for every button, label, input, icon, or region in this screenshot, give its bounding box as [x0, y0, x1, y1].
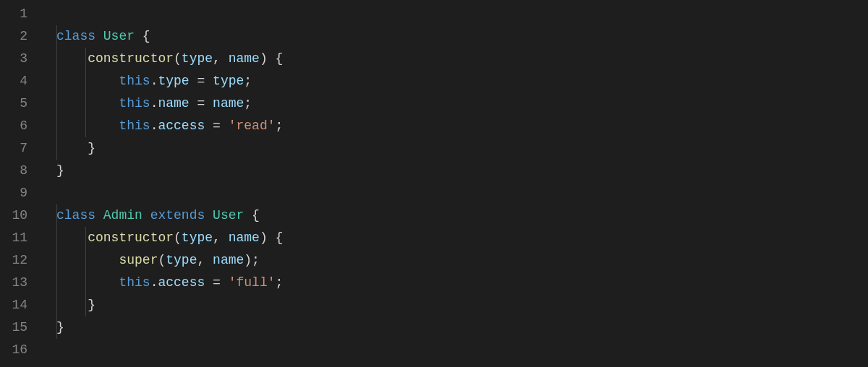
- code-token: }: [56, 320, 64, 334]
- line-number: 14: [0, 294, 27, 316]
- line-number: 6: [0, 115, 27, 137]
- code-line[interactable]: }: [56, 316, 868, 339]
- code-token: name: [158, 96, 189, 111]
- code-line[interactable]: this.access = 'full';: [56, 272, 868, 294]
- code-token: type: [166, 253, 197, 267]
- code-line[interactable]: constructor(type, name) {: [56, 227, 868, 249]
- line-number: 12: [0, 249, 27, 272]
- line-number: 15: [0, 316, 27, 339]
- line-number: 1: [0, 3, 27, 25]
- code-token: name: [213, 96, 244, 111]
- code-token: (: [174, 230, 182, 245]
- code-token: [56, 74, 119, 88]
- code-token: ,: [213, 51, 229, 66]
- code-line[interactable]: class User {: [56, 25, 868, 48]
- code-token: [56, 275, 119, 290]
- code-token: name: [229, 230, 260, 245]
- code-token: extends: [150, 208, 205, 223]
- code-line[interactable]: super(type, name);: [56, 249, 868, 272]
- line-number: 5: [0, 92, 27, 115]
- code-token: .: [150, 96, 158, 111]
- code-token: =: [205, 275, 228, 290]
- code-token: .: [150, 275, 158, 290]
- code-line[interactable]: [56, 339, 868, 361]
- code-token: [205, 208, 213, 223]
- code-token: constructor: [88, 230, 174, 245]
- code-token: .: [150, 118, 158, 133]
- code-token: ,: [213, 230, 229, 245]
- code-line[interactable]: this.access = 'read';: [56, 115, 868, 137]
- code-line[interactable]: }: [56, 160, 868, 182]
- code-token: User: [103, 29, 135, 43]
- line-number: 4: [0, 70, 27, 92]
- code-token: }: [56, 163, 64, 178]
- line-number: 13: [0, 272, 27, 294]
- code-token: super: [119, 253, 158, 267]
- code-token: this: [119, 96, 150, 111]
- code-token: [56, 118, 119, 133]
- code-token: {: [135, 29, 150, 43]
- code-lines: class User { constructor(type, name) { t…: [56, 3, 868, 361]
- code-line[interactable]: [56, 3, 868, 25]
- code-token: [56, 230, 88, 245]
- code-token: (: [158, 253, 166, 267]
- line-number: 2: [0, 25, 27, 48]
- code-token: access: [158, 275, 205, 290]
- code-editor[interactable]: 12345678910111213141516 class User { con…: [0, 3, 868, 361]
- line-number-gutter: 12345678910111213141516: [0, 3, 41, 361]
- code-token: [142, 208, 150, 223]
- code-token: access: [158, 118, 205, 133]
- code-token: ) {: [260, 230, 283, 245]
- code-token: name: [229, 51, 260, 66]
- code-token: (: [174, 51, 182, 66]
- code-token: this: [119, 118, 150, 133]
- code-token: ;: [275, 275, 283, 290]
- code-line[interactable]: [56, 182, 868, 204]
- code-token: type: [158, 74, 189, 88]
- code-token: [56, 253, 119, 267]
- code-token: );: [244, 253, 260, 267]
- code-token: Admin: [103, 208, 142, 223]
- code-token: [56, 96, 119, 111]
- line-number: 16: [0, 339, 27, 361]
- code-token: }: [56, 298, 95, 312]
- code-token: type: [182, 230, 213, 245]
- code-token: User: [213, 208, 244, 223]
- line-number: 7: [0, 137, 27, 160]
- code-token: this: [119, 275, 150, 290]
- code-token: [56, 51, 88, 66]
- code-token: 'read': [229, 118, 276, 133]
- code-line[interactable]: this.type = type;: [56, 70, 868, 92]
- code-token: ;: [275, 118, 283, 133]
- line-number: 3: [0, 48, 27, 70]
- code-token: 'full': [229, 275, 276, 290]
- line-number: 11: [0, 227, 27, 249]
- line-number: 10: [0, 204, 27, 227]
- line-number: 8: [0, 160, 27, 182]
- code-token: name: [213, 253, 244, 267]
- code-token: type: [213, 74, 244, 88]
- code-token: =: [190, 96, 213, 111]
- code-token: constructor: [88, 51, 174, 66]
- code-token: =: [205, 118, 228, 133]
- code-line[interactable]: }: [56, 294, 868, 316]
- line-number: 9: [0, 182, 27, 204]
- code-token: ) {: [260, 51, 283, 66]
- code-token: ;: [244, 74, 252, 88]
- code-line[interactable]: class Admin extends User {: [56, 204, 868, 227]
- code-line[interactable]: constructor(type, name) {: [56, 48, 868, 70]
- code-token: this: [119, 74, 150, 88]
- code-token: .: [150, 74, 158, 88]
- code-token: {: [244, 208, 260, 223]
- code-token: class: [56, 208, 103, 223]
- code-token: ,: [197, 253, 213, 267]
- code-token: =: [190, 74, 213, 88]
- code-token: class: [56, 29, 103, 43]
- code-token: ;: [244, 96, 252, 111]
- code-line[interactable]: }: [56, 137, 868, 160]
- code-line[interactable]: this.name = name;: [56, 92, 868, 115]
- code-token: type: [182, 51, 213, 66]
- code-area[interactable]: class User { constructor(type, name) { t…: [41, 3, 868, 361]
- code-token: }: [56, 141, 95, 155]
